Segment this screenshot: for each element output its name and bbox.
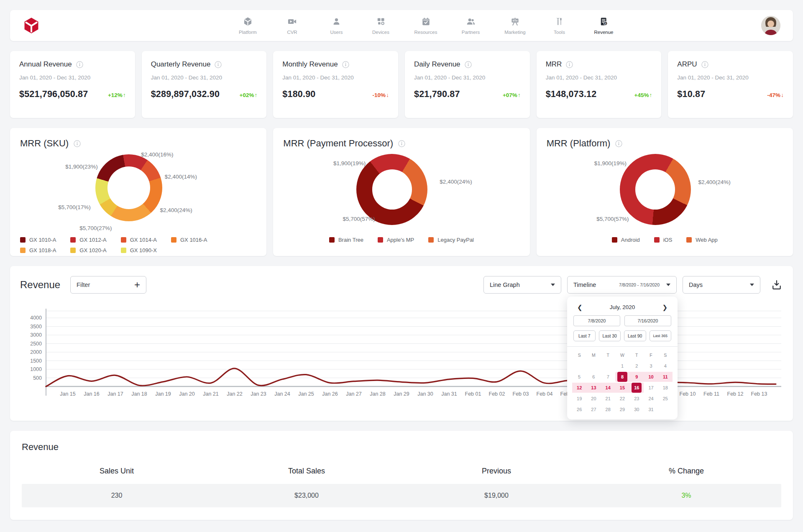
calendar-next-icon[interactable]: ❯: [660, 303, 669, 311]
plus-icon: +: [134, 280, 140, 290]
nav-item-devices[interactable]: Devices: [370, 17, 392, 35]
calendar-day-13[interactable]: 13: [586, 383, 601, 393]
calendar-day-21[interactable]: 21: [601, 394, 615, 404]
nav-item-partners[interactable]: Partners: [460, 17, 481, 35]
end-date-input[interactable]: 7/16/2020: [624, 315, 671, 326]
calendar-day-12[interactable]: 12: [572, 383, 586, 393]
calendar-day-8[interactable]: 8: [615, 372, 629, 382]
quick-range-last-365[interactable]: Last 365: [650, 330, 672, 341]
legend-item[interactable]: GX 1016-A: [171, 237, 207, 243]
calendar-day-29[interactable]: 29: [615, 404, 629, 414]
calendar-prev-icon[interactable]: ❮: [575, 303, 584, 311]
legend-item[interactable]: Brain Tree: [329, 237, 363, 243]
kpi-title: Monthly Revenue: [282, 60, 338, 69]
legend-item[interactable]: Web App: [686, 237, 718, 243]
calendar-day-14[interactable]: 14: [601, 383, 615, 393]
calendar-day-17[interactable]: 17: [644, 383, 658, 393]
calendar-day-11[interactable]: 11: [658, 372, 673, 382]
calendar-day-26[interactable]: 26: [572, 404, 586, 414]
graph-type-select[interactable]: Line Graph: [483, 276, 561, 294]
legend-item[interactable]: GX 1010-A: [20, 237, 56, 243]
legend-item[interactable]: GX 1090-X: [121, 247, 157, 253]
calendar-day-10[interactable]: 10: [644, 372, 658, 382]
legend-item[interactable]: Android: [612, 237, 640, 243]
legend-item[interactable]: Apple's MP: [378, 237, 414, 243]
svg-text:1500: 1500: [30, 358, 42, 364]
calendar-day-9[interactable]: 9: [629, 372, 644, 382]
quick-range-last-7[interactable]: Last 7: [573, 330, 596, 341]
table-row: 230 $23,000 $19,000 3%: [22, 484, 781, 507]
info-icon[interactable]: [701, 61, 708, 68]
svg-text:Feb 04: Feb 04: [537, 391, 553, 397]
legend-item[interactable]: iOS: [654, 237, 673, 243]
kpi-title: Quarterly Revenue: [151, 60, 211, 69]
calendar-check-icon: [421, 17, 431, 28]
svg-text:Jan 19: Jan 19: [155, 391, 171, 397]
calendar-day-3[interactable]: 3: [644, 361, 658, 371]
legend-item[interactable]: GX 1014-A: [121, 237, 157, 243]
quick-range-last-90[interactable]: Last 90: [624, 330, 646, 341]
legend-label: iOS: [663, 237, 673, 243]
calendar-day-6[interactable]: 6: [586, 372, 601, 382]
nav-item-tools[interactable]: Tools: [548, 17, 570, 35]
filter-button[interactable]: Filter +: [70, 276, 146, 294]
calendar-day-15[interactable]: 15: [615, 383, 629, 393]
kpi-value: $148,073.12: [546, 89, 597, 100]
calendar-day-5[interactable]: 5: [572, 372, 586, 382]
kpi-card: Monthly Revenue Jan 01, 2020 - Dec 31, 2…: [273, 51, 398, 118]
svg-text:Jan 31: Jan 31: [441, 391, 457, 397]
info-icon[interactable]: [566, 61, 573, 68]
calendar-day-20[interactable]: 20: [586, 394, 601, 404]
nav-item-revenue[interactable]: $ Revenue: [593, 17, 614, 35]
calendar-day-1[interactable]: 1: [615, 361, 629, 371]
nav-item-resources[interactable]: Resources: [414, 17, 437, 35]
nav-items: Platform CVR Users Devices Resources Par…: [90, 17, 761, 35]
brand-logo-icon[interactable]: [23, 17, 40, 34]
kpi-value: $21,790.87: [414, 89, 460, 100]
download-button[interactable]: [769, 277, 785, 293]
avatar[interactable]: [761, 16, 780, 35]
calendar-day-30[interactable]: 30: [629, 404, 644, 414]
calendar-day-28[interactable]: 28: [601, 404, 615, 414]
calendar-day-25[interactable]: 25: [658, 394, 673, 404]
timeline-select[interactable]: Timeline 7/8/2020 - 7/16/2020 ❮ July, 20…: [567, 276, 677, 294]
legend-item[interactable]: GX 1020-A: [70, 247, 106, 253]
svg-text:Jan 24: Jan 24: [274, 391, 290, 397]
quick-range-last-30[interactable]: Last 30: [599, 330, 621, 341]
donut-card: MRR (SKU) $2,400(16%)$1,900(23%)$2,400(1…: [10, 128, 266, 256]
info-icon[interactable]: [615, 140, 622, 147]
nav-item-label: Resources: [414, 30, 437, 35]
calendar-day-27[interactable]: 27: [586, 404, 601, 414]
interval-select[interactable]: Days: [683, 276, 760, 294]
calendar-day-4[interactable]: 4: [658, 361, 673, 371]
svg-text:Feb 02: Feb 02: [489, 391, 505, 397]
calendar-day-19[interactable]: 19: [572, 394, 586, 404]
legend-item[interactable]: GX 1012-A: [70, 237, 106, 243]
info-icon[interactable]: [342, 61, 349, 68]
calendar-day-31[interactable]: 31: [644, 404, 658, 414]
legend-swatch: [70, 248, 76, 253]
svg-text:Jan 30: Jan 30: [417, 391, 433, 397]
legend-label: Android: [621, 237, 640, 243]
legend-item[interactable]: Legacy PayPal: [428, 237, 474, 243]
calendar-day-22[interactable]: 22: [615, 394, 629, 404]
nav-item-cvr[interactable]: CVR: [281, 17, 303, 35]
start-date-input[interactable]: 7/8/2020: [573, 315, 620, 326]
nav-item-marketing[interactable]: Marketing: [504, 17, 526, 35]
info-icon[interactable]: [398, 140, 405, 147]
calendar-day-23[interactable]: 23: [629, 394, 644, 404]
info-icon[interactable]: [215, 61, 222, 68]
calendar-day-18[interactable]: 18: [658, 383, 673, 393]
chevron-down-icon: [551, 284, 555, 286]
svg-text:Jan 21: Jan 21: [203, 391, 219, 397]
nav-item-users[interactable]: Users: [326, 17, 348, 35]
legend-item[interactable]: GX 1018-A: [20, 247, 56, 253]
calendar-day-16[interactable]: 16: [629, 383, 644, 393]
info-icon[interactable]: [74, 140, 81, 147]
calendar-day-2[interactable]: 2: [629, 361, 644, 371]
info-icon[interactable]: [76, 61, 83, 68]
calendar-day-24[interactable]: 24: [644, 394, 658, 404]
nav-item-platform[interactable]: Platform: [237, 17, 259, 35]
calendar-day-7[interactable]: 7: [601, 372, 615, 382]
info-icon[interactable]: [465, 61, 472, 68]
